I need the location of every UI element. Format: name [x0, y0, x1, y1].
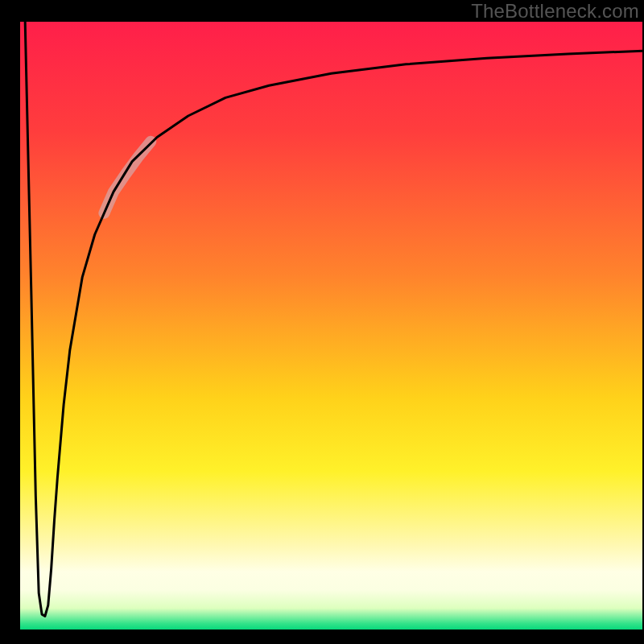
chart-canvas: TheBottleneck.com	[0, 0, 644, 644]
bottleneck-curve	[25, 22, 642, 616]
highlight-segment	[104, 142, 151, 213]
plot-area	[20, 22, 642, 630]
curve-layer	[20, 22, 642, 630]
watermark-text: TheBottleneck.com	[471, 0, 639, 23]
